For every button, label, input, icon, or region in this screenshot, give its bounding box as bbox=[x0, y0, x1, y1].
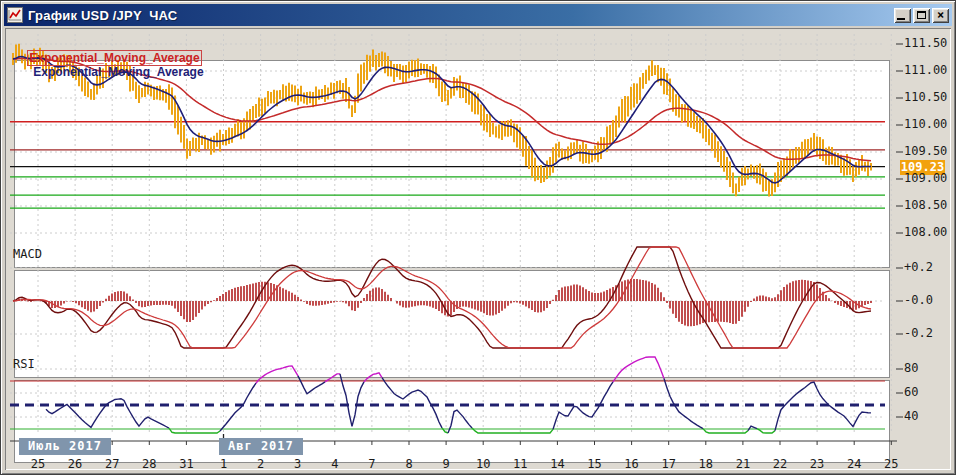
date-tick-label: 23 bbox=[804, 457, 830, 471]
date-tick-label: 27 bbox=[99, 457, 125, 471]
macd-panel[interactable] bbox=[14, 270, 890, 378]
indicator-legend: Exponential_Moving_Average Exponential_M… bbox=[14, 37, 204, 93]
date-tick-label: 15 bbox=[582, 457, 608, 471]
axis-tick-label: 110.00 bbox=[904, 117, 954, 131]
rsi-panel[interactable] bbox=[14, 380, 890, 463]
date-tick-label: 25 bbox=[25, 457, 51, 471]
date-tick-label: 25 bbox=[878, 457, 904, 471]
date-tick-label: 4 bbox=[322, 457, 348, 471]
axis-tick-label: 110.50 bbox=[904, 90, 954, 104]
date-tick-label: 9 bbox=[433, 457, 459, 471]
axis-tick-label: 111.00 bbox=[904, 63, 954, 77]
date-tick-label: 18 bbox=[693, 457, 719, 471]
axis-tick-label: -0.0 bbox=[904, 293, 954, 307]
date-tick-label: 31 bbox=[173, 457, 199, 471]
chart-icon bbox=[7, 7, 23, 23]
month-badge-august: Авг 2017 bbox=[219, 438, 303, 455]
window-title: График USD /JPY ЧАС bbox=[28, 8, 177, 23]
date-tick-label: 7 bbox=[359, 457, 385, 471]
legend-ema-blue[interactable]: Exponential_Moving_Average bbox=[33, 65, 203, 79]
axis-tick-label: 108.00 bbox=[904, 225, 954, 239]
rsi-label: RSI bbox=[13, 357, 35, 371]
title-bar[interactable]: График USD /JPY ЧАС × bbox=[4, 4, 952, 26]
axis-tick-label: 109.00 bbox=[904, 171, 954, 185]
axis-tick-label: 109.50 bbox=[904, 144, 954, 158]
date-tick-label: 16 bbox=[619, 457, 645, 471]
close-icon[interactable]: × bbox=[932, 8, 949, 23]
date-tick-label: 24 bbox=[841, 457, 867, 471]
macd-label: MACD bbox=[13, 247, 42, 261]
date-tick-label: 2 bbox=[248, 457, 274, 471]
axis-tick-label: 108.50 bbox=[904, 198, 954, 212]
axis-tick-label: 60 bbox=[904, 385, 954, 399]
chart-client-area bbox=[5, 28, 951, 470]
date-tick-label: 8 bbox=[396, 457, 422, 471]
axis-tick-label: 40 bbox=[904, 409, 954, 423]
chart-window: График USD /JPY ЧАС × Exponential_Moving… bbox=[0, 0, 956, 475]
date-tick-label: 3 bbox=[285, 457, 311, 471]
month-badge-july: Июль 2017 bbox=[19, 438, 111, 455]
maximize-icon[interactable] bbox=[913, 8, 930, 23]
minimize-icon[interactable] bbox=[894, 8, 911, 23]
date-tick-label: 10 bbox=[470, 457, 496, 471]
axis-tick-label: 80 bbox=[904, 361, 954, 375]
date-tick-label: 14 bbox=[544, 457, 570, 471]
date-tick-label: 11 bbox=[507, 457, 533, 471]
axis-tick-label: +0.2 bbox=[904, 260, 954, 274]
axis-tick-label: 111.50 bbox=[904, 36, 954, 50]
date-tick-label: 22 bbox=[767, 457, 793, 471]
date-tick-label: 1 bbox=[211, 457, 237, 471]
date-tick-label: 28 bbox=[136, 457, 162, 471]
date-tick-label: 26 bbox=[62, 457, 88, 471]
legend-ema-red[interactable]: Exponential_Moving_Average bbox=[27, 50, 201, 66]
window-controls: × bbox=[894, 8, 949, 23]
date-tick-label: 17 bbox=[656, 457, 682, 471]
axis-tick-label: -0.2 bbox=[904, 326, 954, 340]
date-tick-label: 21 bbox=[730, 457, 756, 471]
